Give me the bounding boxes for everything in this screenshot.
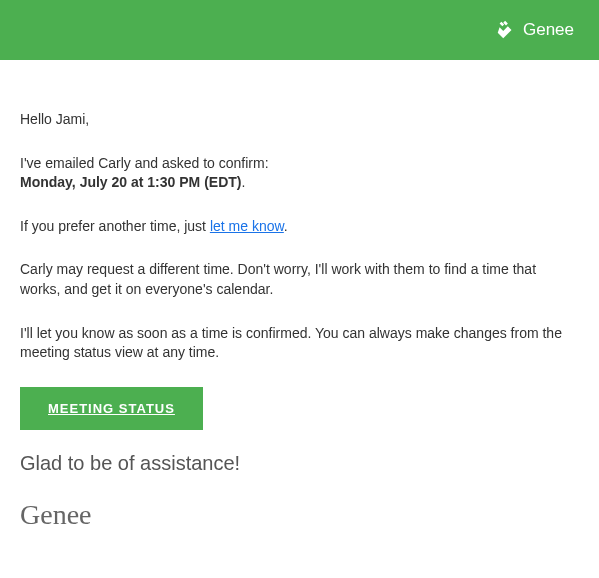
alternate-pre: If you prefer another time, just (20, 218, 210, 234)
email-body: Hello Jami, I've emailed Carly and asked… (0, 60, 599, 551)
confirm-suffix: . (241, 174, 245, 190)
let-me-know-link[interactable]: let me know (210, 218, 284, 234)
brand-logo: Genee (495, 19, 574, 41)
alternate-post: . (284, 218, 288, 234)
closing-text: Glad to be of assistance! (20, 452, 579, 475)
email-header: Genee (0, 0, 599, 60)
greeting-text: Hello Jami, (20, 110, 579, 130)
brand-name: Genee (523, 20, 574, 40)
confirm-intro: I've emailed Carly and asked to confirm: (20, 155, 269, 171)
signature-text: Genee (20, 499, 579, 531)
alternate-time-paragraph: If you prefer another time, just let me … (20, 217, 579, 237)
confirm-datetime: Monday, July 20 at 1:30 PM (EDT) (20, 174, 241, 190)
confirm-paragraph: I've emailed Carly and asked to confirm:… (20, 154, 579, 193)
hands-icon (495, 19, 517, 41)
meeting-status-button[interactable]: MEETING STATUS (20, 387, 203, 430)
followup-paragraph: I'll let you know as soon as a time is c… (20, 324, 579, 363)
reassurance-paragraph: Carly may request a different time. Don'… (20, 260, 579, 299)
